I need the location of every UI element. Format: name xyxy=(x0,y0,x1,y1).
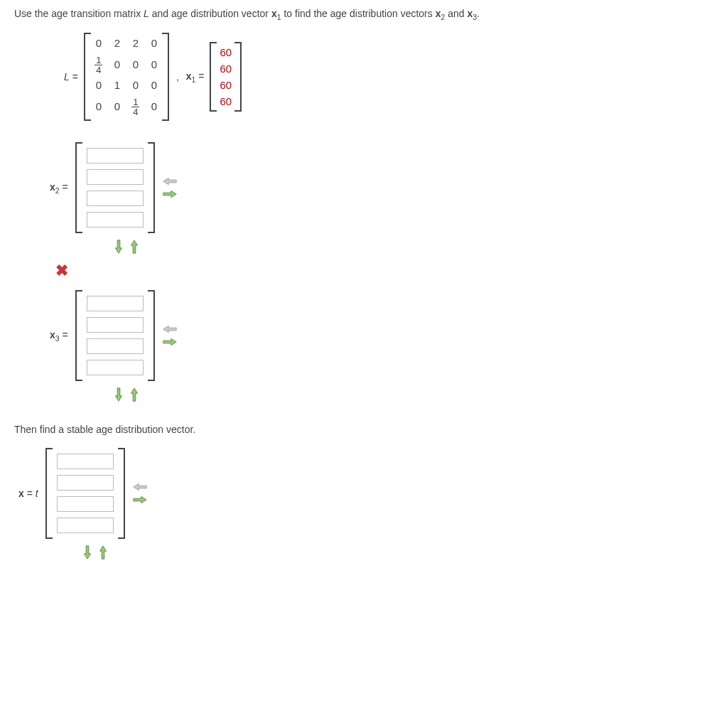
col-arrows xyxy=(162,176,178,199)
vector-cell: 60 xyxy=(220,95,232,107)
matrix-cell: 2 xyxy=(112,37,122,49)
matrix-cell: 0 xyxy=(149,79,159,91)
remove-row-icon[interactable] xyxy=(98,545,108,560)
xt-input-3[interactable] xyxy=(57,518,114,533)
matrix-L: 022014000010000140 xyxy=(84,33,169,121)
row-arrows xyxy=(114,239,710,255)
vector-cell: 60 xyxy=(220,79,232,91)
vector-x1-label: x1 = xyxy=(186,70,205,84)
matrix-cell: 2 xyxy=(131,37,141,49)
add-row-icon[interactable] xyxy=(114,239,124,255)
matrix-cell: 0 xyxy=(112,58,122,70)
svg-marker-5 xyxy=(163,339,176,346)
answer-x2-vector xyxy=(75,142,155,233)
svg-marker-10 xyxy=(84,546,90,559)
answer-x3-vector xyxy=(75,290,155,381)
question-instruction: Use the age transition matrix L and age … xyxy=(14,7,710,22)
x3-input-1[interactable] xyxy=(87,317,144,333)
remove-column-icon[interactable] xyxy=(132,482,148,492)
x2-input-1[interactable] xyxy=(87,169,144,185)
x3-input-0[interactable] xyxy=(87,296,144,311)
svg-marker-2 xyxy=(115,240,121,253)
x2-input-3[interactable] xyxy=(87,212,144,228)
svg-marker-3 xyxy=(131,240,137,253)
col-arrows xyxy=(162,324,178,347)
row-arrows xyxy=(114,387,710,402)
matrix-cell: 0 xyxy=(131,58,141,70)
given-block: L = 022014000010000140 , x1 = 60606060 xyxy=(64,33,710,121)
matrix-cell: 0 xyxy=(149,100,159,112)
add-column-icon[interactable] xyxy=(162,337,178,347)
vector-cell: 60 xyxy=(220,46,232,58)
xt-input-2[interactable] xyxy=(57,496,114,512)
x2-input-2[interactable] xyxy=(87,191,144,206)
matrix-cell: 0 xyxy=(131,79,141,91)
answer-stable-vector xyxy=(45,448,125,539)
x2-input-0[interactable] xyxy=(87,148,144,164)
add-column-icon[interactable] xyxy=(162,189,178,199)
remove-row-icon[interactable] xyxy=(129,387,139,402)
matrix-cell: 0 xyxy=(94,79,104,91)
x3-input-2[interactable] xyxy=(87,338,144,354)
answer-stable-block: x = t xyxy=(18,448,710,560)
svg-marker-7 xyxy=(131,388,137,401)
matrix-cell: 0 xyxy=(149,58,159,70)
svg-marker-8 xyxy=(133,484,146,491)
remove-row-icon[interactable] xyxy=(129,239,139,255)
answer-x2-block: x2 = xyxy=(50,142,710,255)
remove-column-icon[interactable] xyxy=(162,324,178,334)
svg-marker-9 xyxy=(133,497,146,503)
svg-marker-11 xyxy=(99,546,106,559)
svg-marker-1 xyxy=(163,191,176,198)
wrong-icon: ✖ xyxy=(55,262,710,280)
svg-marker-0 xyxy=(163,178,176,185)
matrix-cell: 0 xyxy=(94,37,104,49)
matrix-cell: 1 xyxy=(112,79,122,91)
add-column-icon[interactable] xyxy=(132,495,148,505)
stable-instruction: Then find a stable age distribution vect… xyxy=(14,424,710,435)
matrix-cell: 0 xyxy=(112,100,122,112)
answer-x3-label: x3 = xyxy=(50,329,68,343)
row-arrows xyxy=(82,545,710,560)
remove-column-icon[interactable] xyxy=(162,176,178,186)
matrix-L-label: L = xyxy=(64,71,78,82)
matrix-cell: 0 xyxy=(149,37,159,49)
matrix-cell: 14 xyxy=(94,53,104,75)
answer-x2-label: x2 = xyxy=(50,181,68,195)
x3-input-3[interactable] xyxy=(87,360,144,375)
svg-marker-6 xyxy=(115,388,121,401)
xt-input-0[interactable] xyxy=(57,454,114,469)
add-row-icon[interactable] xyxy=(114,387,124,402)
separator: , xyxy=(176,71,179,82)
vector-cell: 60 xyxy=(220,63,232,75)
col-arrows xyxy=(132,482,148,505)
add-row-icon[interactable] xyxy=(82,545,92,560)
vector-x1: 60606060 xyxy=(210,42,242,112)
answer-stable-label: x = t xyxy=(18,488,38,499)
xt-input-1[interactable] xyxy=(57,475,114,491)
svg-marker-4 xyxy=(163,326,176,333)
matrix-cell: 14 xyxy=(131,95,141,117)
matrix-cell: 0 xyxy=(94,100,104,112)
answer-x3-block: x3 = xyxy=(50,290,710,402)
